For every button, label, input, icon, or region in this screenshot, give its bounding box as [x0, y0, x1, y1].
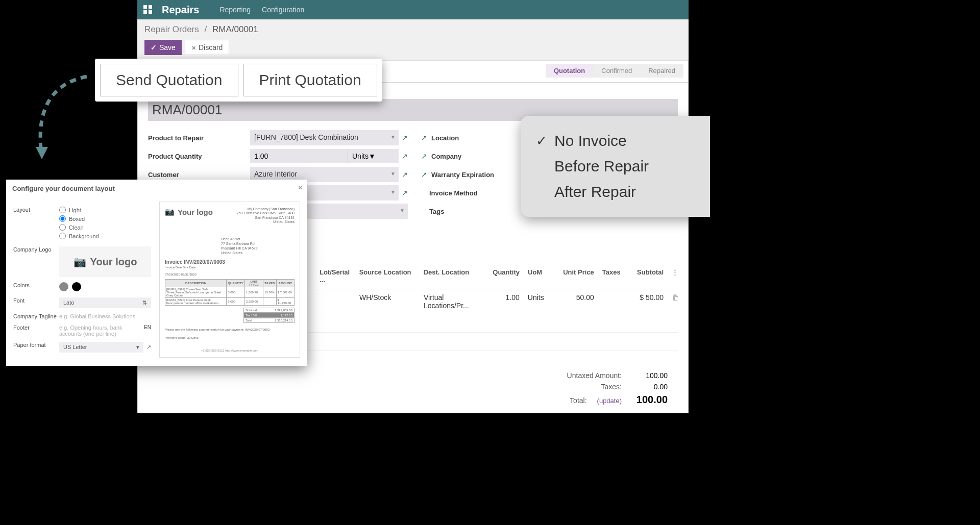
preview-note: Please use the following communication f… [165, 328, 295, 331]
discard-button[interactable]: Discard [185, 40, 229, 55]
col-dst[interactable]: Dest. Location [420, 268, 489, 284]
layout-radio-light[interactable]: Light [59, 207, 151, 213]
cell-sub: $ 50.00 [628, 293, 668, 310]
tagline-input[interactable]: e.g. Global Business Solutions [59, 313, 135, 319]
external-link-icon[interactable]: ↗ [402, 152, 408, 160]
th: UNIT PRICE [244, 279, 263, 287]
preview-table: DESCRIPTIONQUANTITYUNIT PRICETAXESAMOUNT… [165, 279, 295, 306]
invoice-option-none[interactable]: ✓No Invoice [536, 128, 649, 154]
invoice-method-popout: ✓No Invoice Before Repair After Repair [521, 116, 710, 217]
save-row: Save Discard [137, 38, 689, 60]
apps-icon[interactable] [143, 5, 153, 14]
th: AMOUNT [276, 279, 294, 287]
td: $ 11,750.00 [276, 297, 294, 305]
preview-company: My Company (San Francisco) 250 Executive… [237, 207, 295, 224]
total-val: 100.00 [632, 394, 668, 406]
unit-value: Units [352, 152, 369, 160]
col-qty[interactable]: Quantity [488, 268, 524, 284]
radio-label: Background [69, 233, 99, 239]
check-icon [151, 43, 157, 52]
totals: Untaxed Amount:100.00 Taxes:0.00 Total:(… [148, 371, 678, 406]
td: 5.000 [227, 297, 245, 305]
cell-qty: 1.00 [489, 293, 524, 310]
td: [FURN_8220] Four Person Desk Four person… [165, 297, 227, 305]
preview-logo: 📷Your logo [165, 207, 213, 216]
warranty-label: Warranty Expiration [431, 171, 494, 179]
document-layout-modal: Configure your document layout × Layout … [6, 180, 307, 366]
nav-configuration[interactable]: Configuration [262, 6, 304, 14]
radio-label: Boxed [69, 216, 85, 222]
col-src[interactable]: Source Location [355, 268, 420, 284]
invoice-label: Invoice Method [429, 189, 478, 197]
x-icon [191, 43, 196, 52]
footer-lang[interactable]: EN [144, 324, 151, 330]
paper-select[interactable]: US Letter▾ [59, 342, 143, 353]
save-button[interactable]: Save [144, 40, 182, 55]
layout-radio-background[interactable]: Background [59, 233, 151, 239]
col-lot[interactable]: Lot/Serial ... [315, 268, 355, 284]
td: 1,500.20 [244, 287, 263, 297]
quotation-buttons-popout: Send Quotation Print Quotation [95, 59, 382, 102]
td: [FURN_8999] Three-Seat Sofa Three Seater… [165, 287, 227, 297]
update-link[interactable]: (update) [597, 397, 622, 405]
col-uom[interactable]: UoM [524, 268, 558, 284]
close-icon[interactable]: × [298, 184, 302, 191]
breadcrumb-root[interactable]: Repair Orders [144, 24, 199, 34]
paper-value: US Letter [63, 344, 87, 351]
status-repaired[interactable]: Repaired [640, 64, 683, 78]
nav-reporting[interactable]: Reporting [219, 6, 251, 14]
footer-label: Footer [13, 324, 59, 337]
camera-icon: 📷 [165, 207, 175, 216]
invoice-option-label: Before Repair [554, 158, 649, 175]
doc-form: Layout Light Boxed Clean Background Comp… [13, 202, 151, 358]
col-menu[interactable]: ⋮ [668, 268, 678, 284]
external-link-icon[interactable]: ↗ [421, 170, 427, 179]
unit-input[interactable]: Units▼ [348, 149, 399, 163]
breadcrumb-current: RMA/00001 [212, 24, 258, 34]
modal-title: Configure your document layout × [6, 180, 307, 197]
layout-radio-clean[interactable]: Clean [59, 224, 151, 231]
status-confirmed[interactable]: Confirmed [593, 64, 640, 78]
cell-src: WH/Stock [355, 293, 420, 310]
untaxed-label: Untaxed Amount: [550, 371, 622, 380]
font-select[interactable]: Lato⇅ [59, 297, 151, 308]
preview-total: 1,330,214.15 [275, 319, 292, 322]
layout-label: Layout [13, 207, 59, 241]
product-input[interactable]: [FURN_7800] Desk Combination▼ [250, 130, 399, 145]
preview-logo-text: Your logo [178, 208, 213, 216]
external-link-icon[interactable]: ↗ [421, 152, 427, 160]
layout-radio-boxed[interactable]: Boxed [59, 215, 151, 222]
color-swatch-black[interactable] [72, 282, 81, 291]
qty-input[interactable]: 1.00 [250, 149, 348, 163]
send-quotation-button[interactable]: Send Quotation [100, 64, 238, 96]
external-link-icon[interactable]: ↗ [402, 189, 408, 197]
print-quotation-button[interactable]: Print Quotation [243, 64, 377, 96]
td: 15.00% [263, 287, 276, 297]
cell-price: 50.00 [558, 293, 598, 310]
check-icon: ✓ [536, 133, 548, 149]
td: 2,350.00 [244, 297, 263, 305]
logo-upload[interactable]: 📷Your logo [59, 246, 151, 277]
colors-label: Colors [13, 282, 59, 292]
invoice-option-before[interactable]: Before Repair [536, 154, 649, 179]
col-price[interactable]: Unit Price [558, 268, 598, 284]
footer-input[interactable]: e.g. Opening hours, bank accounts (one p… [59, 324, 141, 337]
col-sub[interactable]: Subtotal [628, 268, 668, 284]
arrow-annotation [26, 71, 92, 163]
external-link-icon[interactable]: ↗ [402, 134, 408, 142]
col-tax[interactable]: Taxes [598, 268, 628, 284]
invoice-option-after[interactable]: After Repair [536, 179, 649, 205]
external-link-icon[interactable]: ↗ [146, 344, 151, 351]
external-link-icon[interactable]: ↗ [421, 134, 427, 142]
color-swatch-grey[interactable] [59, 282, 68, 291]
tags-label: Tags [429, 208, 444, 215]
save-label: Save [159, 43, 176, 52]
customer-label: Customer [148, 171, 250, 179]
cell-tax [598, 293, 628, 310]
paper-label: Paper format [13, 342, 59, 353]
modal-title-text: Configure your document layout [12, 185, 115, 192]
external-link-icon[interactable]: ↗ [402, 170, 408, 179]
radio-label: Clean [69, 224, 84, 231]
status-quotation[interactable]: Quotation [546, 64, 593, 78]
delete-row-icon[interactable]: 🗑 [668, 293, 678, 310]
